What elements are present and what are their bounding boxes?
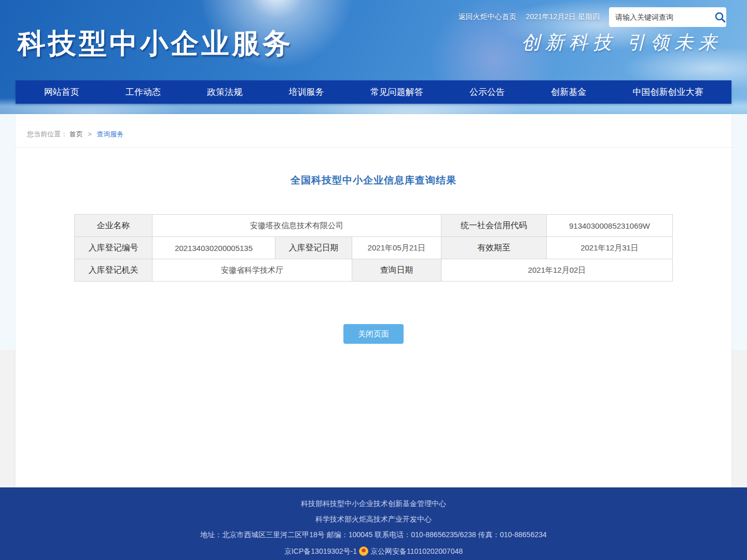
icp-record-number[interactable]: 京ICP备13019302号-1 [284, 548, 357, 555]
nav-item-innovation-competition[interactable]: 中国创新创业大赛 [632, 86, 703, 98]
return-torch-home-link[interactable]: 返回火炬中心首页 [459, 12, 517, 22]
breadcrumb-prefix: 您当前位置： [27, 130, 67, 138]
nav-item-announcements[interactable]: 公示公告 [469, 86, 505, 98]
footer-org-line-1: 科技部科技型中小企业技术创新基金管理中心 [0, 500, 747, 507]
nav-item-training[interactable]: 培训服务 [288, 86, 324, 98]
footer-record-line: 京ICP备13019302号-1 京公网安备11010202007048 [0, 547, 747, 556]
nav-item-policies[interactable]: 政策法规 [207, 86, 242, 98]
close-page-button[interactable]: 关闭页面 [343, 324, 404, 344]
registration-number-value: 202134030200005135 [152, 237, 275, 259]
content-panel: 您当前位置： 首页 > 查询服务 全国科技型中小企业信息库查询结果 企业名称 安… [16, 114, 731, 487]
nav-item-innovation-fund[interactable]: 创新基金 [551, 86, 586, 98]
breadcrumb-separator: > [88, 130, 92, 138]
query-date-value: 2021年12月02日 [441, 259, 673, 282]
search-input[interactable] [609, 13, 713, 21]
breadcrumb-current-link[interactable]: 查询服务 [96, 130, 123, 138]
search-icon [714, 11, 726, 23]
registration-number-label: 入库登记编号 [74, 237, 152, 259]
site-footer: 科技部科技型中小企业技术创新基金管理中心 科学技术部火炬高技术产业开发中心 地址… [0, 487, 747, 560]
page-title: 全国科技型中小企业信息库查询结果 [16, 174, 731, 187]
company-name-value: 安徽塔孜信息技术有限公司 [152, 215, 441, 237]
search-button[interactable] [713, 7, 726, 27]
public-security-badge-icon [359, 547, 368, 556]
registration-date-label: 入库登记日期 [275, 237, 352, 259]
nav-item-work-news[interactable]: 工作动态 [126, 86, 161, 98]
security-record-number[interactable]: 京公网安备11010202007048 [370, 548, 463, 555]
nav-item-home[interactable]: 网站首页 [44, 86, 79, 98]
query-result-table: 企业名称 安徽塔孜信息技术有限公司 统一社会信用代码 9134030008523… [74, 214, 673, 282]
table-row: 入库登记编号 202134030200005135 入库登记日期 2021年05… [74, 237, 672, 259]
table-row: 企业名称 安徽塔孜信息技术有限公司 统一社会信用代码 9134030008523… [74, 215, 672, 237]
breadcrumb: 您当前位置： 首页 > 查询服务 [16, 114, 731, 148]
valid-until-value: 2021年12月31日 [547, 237, 673, 259]
nav-item-faq[interactable]: 常见问题解答 [370, 86, 423, 98]
footer-org-line-2: 科学技术部火炬高技术产业开发中心 [0, 515, 747, 523]
site-header: 返回火炬中心首页 2021年12月2日 星期四 科技型中小企业服务 创新科技 引… [0, 0, 747, 114]
main-nav: 网站首页 工作动态 政策法规 培训服务 常见问题解答 公示公告 创新基金 中国创… [16, 80, 731, 104]
table-row: 入库登记机关 安徽省科学技术厅 查询日期 2021年12月02日 [74, 259, 672, 282]
site-slogan: 创新科技 引领未来 [521, 30, 722, 55]
registration-authority-value: 安徽省科学技术厅 [152, 259, 352, 282]
breadcrumb-home-link[interactable]: 首页 [70, 130, 83, 138]
credit-code-value: 91340300085231069W [547, 215, 673, 237]
content-background: 您当前位置： 首页 > 查询服务 全国科技型中小企业信息库查询结果 企业名称 安… [0, 114, 747, 487]
company-name-label: 企业名称 [74, 215, 152, 237]
valid-until-label: 有效期至 [441, 237, 547, 259]
current-date: 2021年12月2日 星期四 [526, 12, 600, 22]
footer-contact-line: 地址：北京市西城区三里河二区甲18号 邮编：100045 联系电话：010-88… [0, 531, 747, 538]
registration-authority-label: 入库登记机关 [74, 259, 152, 282]
search-box [609, 7, 726, 27]
registration-date-value: 2021年05月21日 [352, 237, 441, 259]
query-date-label: 查询日期 [352, 259, 441, 282]
site-title: 科技型中小企业服务 [18, 25, 293, 63]
credit-code-label: 统一社会信用代码 [441, 215, 547, 237]
